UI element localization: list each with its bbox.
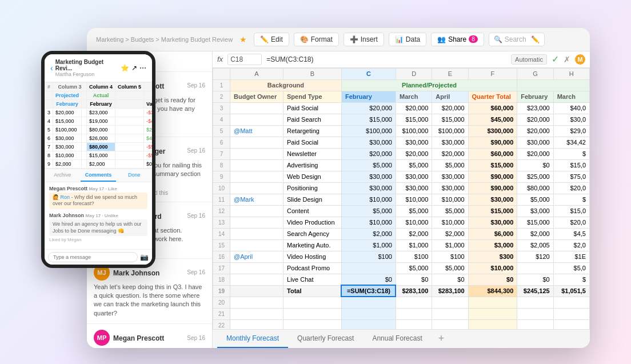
- cell-c3[interactable]: $20,000: [341, 102, 396, 114]
- cell-d16[interactable]: $100: [396, 251, 432, 262]
- cell-h7[interactable]: $: [553, 148, 589, 159]
- cell-e14[interactable]: $2,000: [432, 228, 468, 239]
- cell-g15[interactable]: $2,005: [517, 239, 553, 251]
- cell-b9[interactable]: Web Design: [283, 171, 342, 182]
- cell-g14[interactable]: $2,000: [517, 228, 553, 239]
- cell-c14[interactable]: $2,000: [341, 228, 396, 239]
- cell-f14[interactable]: $6,000: [468, 228, 517, 239]
- cell-d13[interactable]: $10,000: [396, 217, 432, 228]
- col-header-h[interactable]: H: [553, 68, 589, 79]
- cell-d5[interactable]: $100,000: [396, 125, 432, 137]
- cell-reference[interactable]: [227, 54, 262, 65]
- cell-h19[interactable]: $1,051,5: [553, 285, 589, 297]
- cell-a15[interactable]: [230, 239, 283, 251]
- cell-d19[interactable]: $283,100: [396, 285, 432, 297]
- cell-f17[interactable]: $10,000: [468, 262, 517, 274]
- cell-c10[interactable]: $30,000: [341, 182, 396, 194]
- cell-f13[interactable]: $30,000: [468, 217, 517, 228]
- col-header-g[interactable]: G: [517, 68, 553, 79]
- cell-a18[interactable]: [230, 274, 283, 285]
- tab-quarterly-forecast[interactable]: Quarterly Forecast: [288, 330, 363, 348]
- cell-b11[interactable]: Slide Design: [283, 194, 342, 205]
- cell-h9[interactable]: $75,0: [553, 171, 589, 182]
- cell-f11[interactable]: $30,000: [468, 194, 517, 205]
- col-header-c[interactable]: C: [341, 68, 396, 79]
- cell-d10[interactable]: $30,000: [396, 182, 432, 194]
- mobile-camera-icon[interactable]: 📷: [140, 253, 149, 261]
- cell-h14[interactable]: $4,5: [553, 228, 589, 239]
- col-header-d[interactable]: D: [396, 68, 432, 79]
- cell-h11[interactable]: $: [553, 194, 589, 205]
- cell-c4[interactable]: $15,000: [341, 114, 396, 125]
- cell-g9[interactable]: $25,000: [517, 171, 553, 182]
- cell-g8[interactable]: $0: [517, 159, 553, 171]
- cell-g10[interactable]: $80,000: [517, 182, 553, 194]
- cell-b7[interactable]: Newsletter: [283, 148, 342, 159]
- cell-d6[interactable]: $30,000: [396, 137, 432, 148]
- cell-h15[interactable]: $2,0: [553, 239, 589, 251]
- mobile-tab-comments[interactable]: Comments: [81, 169, 117, 182]
- mobile-tab-done[interactable]: Done: [116, 169, 152, 182]
- cell-a3[interactable]: [230, 102, 283, 114]
- cell-h12[interactable]: $15,0: [553, 205, 589, 217]
- cell-g19[interactable]: $245,125: [517, 285, 553, 297]
- cell-g12[interactable]: $3,000: [517, 205, 553, 217]
- format-button[interactable]: 🎨 Format: [294, 33, 339, 46]
- mobile-back-icon[interactable]: ‹: [50, 63, 53, 73]
- cell-g3[interactable]: $23,000: [517, 102, 553, 114]
- cell-b17[interactable]: Podcast Promo: [283, 262, 342, 274]
- cell-h3[interactable]: $40,0: [553, 102, 589, 114]
- cell-f8[interactable]: $15,000: [468, 159, 517, 171]
- cell-h10[interactable]: $20,0: [553, 182, 589, 194]
- cell-d11[interactable]: $10,000: [396, 194, 432, 205]
- cell-e9[interactable]: $30,000: [432, 171, 468, 182]
- share-button[interactable]: 👥 Share 8: [431, 33, 484, 46]
- cell-b10[interactable]: Positioning: [283, 182, 342, 194]
- cell-d9[interactable]: $30,000: [396, 171, 432, 182]
- cell-c18[interactable]: $0: [341, 274, 396, 285]
- cell-d8[interactable]: $5,000: [396, 159, 432, 171]
- tab-annual-forecast[interactable]: Annual Forecast: [363, 330, 431, 348]
- cell-d17[interactable]: $5,000: [396, 262, 432, 274]
- cell-c8[interactable]: $5,000: [341, 159, 396, 171]
- cell-h4[interactable]: $30,0: [553, 114, 589, 125]
- col-header-f[interactable]: F: [468, 68, 517, 79]
- col-header-a[interactable]: A: [230, 68, 283, 79]
- cell-b6[interactable]: Paid Social: [283, 137, 342, 148]
- cell-f7[interactable]: $60,000: [468, 148, 517, 159]
- mobile-share-icon[interactable]: ↗: [131, 64, 137, 72]
- cell-b15[interactable]: Marketing Auto.: [283, 239, 342, 251]
- cell-b3[interactable]: Paid Social: [283, 102, 342, 114]
- cell-h8[interactable]: $15,0: [553, 159, 589, 171]
- cell-d12[interactable]: $5,000: [396, 205, 432, 217]
- cell-b19[interactable]: Total: [283, 285, 342, 297]
- cell-a8[interactable]: [230, 159, 283, 171]
- x-icon[interactable]: ✗: [564, 55, 570, 64]
- check-icon[interactable]: ✓: [552, 54, 559, 65]
- cell-f15[interactable]: $3,000: [468, 239, 517, 251]
- cell-g5[interactable]: $20,000: [517, 125, 553, 137]
- cell-a9[interactable]: [230, 171, 283, 182]
- cell-f19[interactable]: $844,300: [468, 285, 517, 297]
- mobile-message-input[interactable]: [48, 252, 138, 262]
- cell-b5[interactable]: Retargeting: [283, 125, 342, 137]
- cell-f16[interactable]: $300: [468, 251, 517, 262]
- cell-f18[interactable]: $0: [468, 274, 517, 285]
- cell-c16[interactable]: $100: [341, 251, 396, 262]
- cell-c19[interactable]: =SUM(C3:C18): [341, 285, 396, 297]
- cell-c7[interactable]: $20,000: [341, 148, 396, 159]
- cell-a6[interactable]: [230, 137, 283, 148]
- cell-e5[interactable]: $100,000: [432, 125, 468, 137]
- cell-g17[interactable]: [517, 262, 553, 274]
- cell-e15[interactable]: $1,000: [432, 239, 468, 251]
- cell-a17[interactable]: [230, 262, 283, 274]
- data-button[interactable]: 📊 Data: [389, 33, 426, 46]
- cell-f6[interactable]: $90,000: [468, 137, 517, 148]
- col-header-b[interactable]: B: [283, 68, 342, 79]
- cell-e13[interactable]: $10,000: [432, 217, 468, 228]
- cell-f12[interactable]: $15,000: [468, 205, 517, 217]
- star-icon[interactable]: ★: [239, 35, 247, 44]
- cell-d3[interactable]: $20,000: [396, 102, 432, 114]
- cell-e12[interactable]: $5,000: [432, 205, 468, 217]
- cell-h17[interactable]: $5,0: [553, 262, 589, 274]
